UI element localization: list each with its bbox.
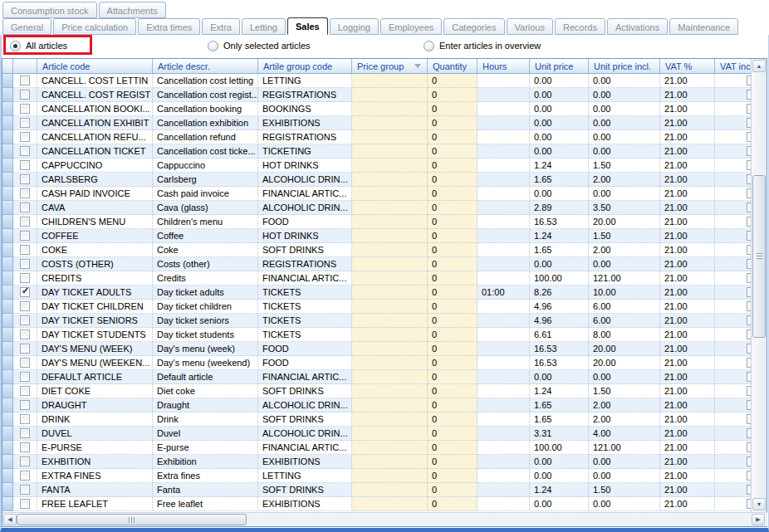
- row-checkbox[interactable]: [20, 485, 30, 495]
- tab-categories[interactable]: Categories: [443, 18, 504, 35]
- table-row[interactable]: DEFAULT ARTICLEDefault articleFINANCIAL …: [2, 370, 767, 384]
- row-indicator[interactable]: [2, 412, 13, 427]
- row-checkbox[interactable]: [20, 386, 30, 396]
- table-row[interactable]: DRAUGHTDraughtALCOHOLIC DRIN...01.652.00…: [2, 398, 767, 412]
- table-row[interactable]: CHILDREN'S MENUChildren's menuFOOD016.53…: [2, 215, 767, 229]
- row-indicator[interactable]: [2, 243, 13, 257]
- table-row[interactable]: DAY TICKET SENIORSDay ticket seniorsTICK…: [2, 314, 767, 328]
- row-checkbox[interactable]: [20, 174, 30, 184]
- tab-records[interactable]: Records: [555, 18, 605, 35]
- row-indicator[interactable]: [2, 88, 13, 102]
- radio-enter-articles-in-overview[interactable]: Enter articles in overview: [424, 39, 541, 52]
- table-row[interactable]: EXTRA FINESExtra finesLETTING00.000.0021…: [2, 469, 767, 483]
- table-row[interactable]: E-PURSEE-purseFINANCIAL ARTIC...0100.001…: [2, 441, 767, 455]
- table-row[interactable]: CREDITSCreditsFINANCIAL ARTIC...0100.001…: [2, 271, 767, 286]
- row-indicator[interactable]: [2, 398, 13, 412]
- row-checkbox[interactable]: [20, 344, 30, 354]
- row-indicator[interactable]: [2, 257, 13, 271]
- row-checkbox[interactable]: [20, 456, 30, 466]
- row-indicator[interactable]: [2, 130, 13, 144]
- column-header-article-code[interactable]: Article code: [37, 59, 153, 74]
- column-header-hours[interactable]: Hours: [478, 59, 530, 74]
- column-header-vat-incl[interactable]: VAT incl.: [715, 59, 752, 74]
- row-indicator[interactable]: [2, 271, 13, 286]
- row-indicator[interactable]: [2, 483, 13, 497]
- row-indicator[interactable]: [2, 201, 13, 215]
- row-indicator[interactable]: [2, 159, 13, 173]
- table-row[interactable]: DAY'S MENU (WEEK)Day's menu (week)FOOD01…: [2, 342, 767, 356]
- row-checkbox[interactable]: [20, 245, 30, 255]
- table-row[interactable]: CAVACava (glass)ALCOHOLIC DRIN...02.893.…: [2, 201, 767, 215]
- radio-only-selected-articles[interactable]: Only selected articles: [208, 39, 311, 52]
- row-checkbox[interactable]: [20, 231, 30, 241]
- row-indicator[interactable]: [2, 187, 13, 201]
- table-row[interactable]: DAY TICKET STUDENTSDay ticket studentsTI…: [2, 328, 767, 342]
- row-checkbox[interactable]: [20, 471, 30, 481]
- row-checkbox[interactable]: [20, 315, 30, 325]
- row-indicator[interactable]: [2, 300, 13, 314]
- row-checkbox[interactable]: [20, 132, 30, 142]
- table-row[interactable]: CANCELLATION TICKETCancellation cost tic…: [2, 144, 767, 159]
- tab-sales[interactable]: Sales: [287, 17, 328, 35]
- row-checkbox[interactable]: [20, 76, 30, 85]
- row-indicator[interactable]: [2, 342, 13, 356]
- row-indicator[interactable]: [2, 74, 13, 88]
- column-header-article-descr[interactable]: Article descr.: [153, 59, 258, 74]
- column-header-unit-price-incl[interactable]: Unit price incl.: [589, 59, 660, 74]
- table-row[interactable]: DIET COKEDiet cokeSOFT DRINKS01.241.5021…: [2, 384, 767, 398]
- row-indicator[interactable]: [2, 455, 13, 469]
- row-checkbox[interactable]: [20, 400, 30, 410]
- vertical-scroll-thumb[interactable]: [752, 175, 766, 338]
- table-row[interactable]: COKECokeSOFT DRINKS01.652.0021.00: [2, 243, 767, 257]
- vertical-scrollbar[interactable]: ▲ ▼: [751, 59, 767, 512]
- row-indicator[interactable]: [2, 370, 13, 384]
- column-header-vat[interactable]: VAT %: [660, 59, 715, 74]
- row-indicator[interactable]: [2, 356, 13, 370]
- tab-maintenance[interactable]: Maintenance: [669, 18, 738, 35]
- tab-logging[interactable]: Logging: [330, 18, 379, 35]
- table-row[interactable]: CASH PAID INVOICECash paid invoiceFINANC…: [2, 187, 767, 201]
- row-indicator[interactable]: [2, 427, 13, 441]
- row-checkbox[interactable]: [20, 104, 30, 114]
- row-checkbox[interactable]: [20, 160, 30, 170]
- table-row[interactable]: CARLSBERGCarlsbergALCOHOLIC DRIN...01.65…: [2, 173, 767, 187]
- row-checkbox[interactable]: [20, 329, 30, 339]
- tab-consumption-stock[interactable]: Consumption stock: [2, 2, 97, 18]
- horizontal-scroll-thumb[interactable]: [17, 514, 247, 525]
- tab-general[interactable]: General: [2, 18, 51, 35]
- row-indicator[interactable]: [2, 497, 13, 511]
- filter-dropdown-icon[interactable]: [414, 64, 421, 68]
- tab-extra-times[interactable]: Extra times: [138, 18, 200, 35]
- column-header-artile-group-code[interactable]: Artile group code: [258, 59, 352, 74]
- tab-various[interactable]: Various: [507, 18, 553, 35]
- row-checkbox[interactable]: [20, 188, 30, 198]
- table-row[interactable]: CANCELL. COST REGISTCancellation cost re…: [2, 88, 767, 102]
- table-row[interactable]: CANCELLATION BOOKI...Cancellation bookin…: [2, 102, 767, 116]
- table-row[interactable]: DUVELDuvelALCOHOLIC DRIN...03.314.0021.0…: [2, 427, 767, 441]
- row-indicator[interactable]: [2, 441, 13, 455]
- row-checkbox[interactable]: [20, 273, 30, 283]
- radio-button-icon[interactable]: [424, 41, 434, 51]
- column-header-quantity[interactable]: Quantity: [428, 59, 478, 74]
- row-indicator[interactable]: [2, 215, 13, 229]
- row-checkbox[interactable]: [20, 499, 30, 509]
- row-checkbox[interactable]: [20, 372, 30, 382]
- row-checkbox[interactable]: [20, 358, 30, 368]
- table-row[interactable]: FREE LEAFLETFree leafletEXHIBITIONS00.00…: [2, 497, 767, 511]
- table-row[interactable]: CANCELLATION EXHIBITCancellation exhibit…: [2, 116, 767, 130]
- row-checkbox[interactable]: [20, 146, 30, 156]
- row-indicator[interactable]: [2, 229, 13, 243]
- scroll-right-icon[interactable]: ▶: [752, 514, 765, 525]
- row-indicator[interactable]: [2, 286, 13, 300]
- table-row[interactable]: DAY'S MENU (WEEKEN...Day's menu (weekend…: [2, 356, 767, 370]
- scroll-left-icon[interactable]: ◀: [3, 514, 17, 525]
- column-header-price-group[interactable]: Price group: [352, 59, 428, 74]
- scroll-up-icon[interactable]: ▲: [752, 60, 766, 72]
- row-checkbox[interactable]: [20, 301, 30, 311]
- horizontal-scrollbar[interactable]: ◀ ▶: [2, 512, 767, 526]
- tab-employees[interactable]: Employees: [380, 18, 442, 35]
- table-row[interactable]: CAPPUCCINOCappuccinoHOT DRINKS01.241.502…: [2, 159, 767, 173]
- row-checkbox[interactable]: [20, 217, 30, 227]
- table-row[interactable]: EXHBITIONExhibitionEXHIBITIONS00.000.002…: [2, 455, 767, 469]
- table-row[interactable]: CANCELLATION REFU...Cancellation refundR…: [2, 130, 767, 144]
